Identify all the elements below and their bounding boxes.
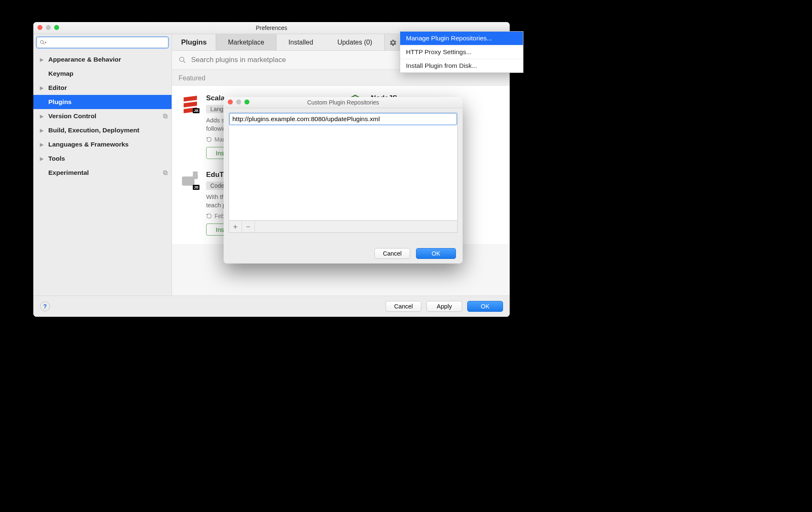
sidebar-item-build[interactable]: ▶ Build, Execution, Deployment	[33, 123, 172, 137]
menu-http-proxy[interactable]: HTTP Proxy Settings...	[400, 45, 523, 59]
dialog-footer: ? Cancel Apply OK	[33, 296, 510, 317]
gear-button[interactable]	[384, 34, 402, 50]
zoom-icon[interactable]	[54, 25, 59, 30]
scala-icon: JB	[180, 94, 200, 114]
svg-rect-4	[164, 172, 167, 175]
minimize-icon[interactable]	[46, 25, 51, 30]
sidebar-item-appearance[interactable]: ▶ Appearance & Behavior	[33, 52, 172, 67]
menu-install-from-disk[interactable]: Install Plugin from Disk...	[400, 59, 523, 72]
sidebar: ▾ ▶ Appearance & Behavior Keymap ▶ Edito…	[33, 34, 172, 296]
sidebar-item-tools[interactable]: ▶ Tools	[33, 152, 172, 166]
svg-point-6	[179, 57, 184, 62]
search-icon	[179, 56, 186, 64]
chevron-right-icon: ▶	[40, 142, 47, 147]
menu-manage-repos[interactable]: Manage Plugin Repositories...	[400, 32, 523, 45]
dialog-titlebar[interactable]: Custom Plugin Repositories	[224, 97, 463, 108]
refresh-icon	[206, 213, 212, 219]
repo-list[interactable]	[229, 112, 458, 221]
chevron-right-icon: ▶	[40, 85, 47, 91]
dialog-cancel-button[interactable]: Cancel	[374, 248, 410, 259]
jetbrains-badge-icon: JB	[193, 185, 199, 190]
scope-icon	[162, 113, 168, 119]
sidebar-item-version-control[interactable]: ▶ Version Control	[33, 109, 172, 123]
svg-rect-10	[182, 176, 194, 186]
close-icon[interactable]	[37, 25, 42, 30]
traffic-lights	[37, 25, 59, 30]
chevron-down-icon[interactable]: ▾	[45, 40, 47, 45]
tab-installed[interactable]: Installed	[276, 34, 326, 50]
zoom-icon[interactable]	[244, 99, 249, 104]
help-button[interactable]: ?	[40, 301, 50, 311]
cancel-button[interactable]: Cancel	[386, 301, 421, 312]
repo-toolbar: ＋ －	[229, 221, 458, 233]
svg-rect-12	[193, 171, 198, 174]
chevron-right-icon: ▶	[40, 57, 47, 62]
close-icon[interactable]	[228, 99, 233, 104]
edutools-icon: JB	[180, 171, 200, 191]
chevron-right-icon: ▶	[40, 156, 47, 162]
sidebar-item-keymap[interactable]: Keymap	[33, 67, 172, 81]
tab-updates[interactable]: Updates (0)	[325, 34, 384, 50]
ok-button[interactable]: OK	[467, 301, 503, 312]
sidebar-search-input[interactable]	[47, 39, 165, 46]
sidebar-item-editor[interactable]: ▶ Editor	[33, 81, 172, 95]
custom-repos-dialog: Custom Plugin Repositories ＋ － Cancel OK	[224, 97, 463, 263]
page-title: Plugins	[172, 34, 216, 50]
svg-rect-2	[164, 115, 167, 118]
sidebar-item-languages[interactable]: ▶ Languages & Frameworks	[33, 137, 172, 152]
jetbrains-badge-icon: JB	[193, 108, 199, 113]
dialog-title: Custom Plugin Repositories	[307, 99, 379, 106]
sidebar-item-experimental[interactable]: Experimental	[33, 166, 172, 180]
repo-url-input[interactable]	[230, 114, 456, 124]
svg-rect-3	[163, 114, 166, 117]
sidebar-item-plugins[interactable]: Plugins	[33, 95, 172, 109]
scope-icon	[162, 170, 168, 176]
traffic-lights	[228, 99, 249, 104]
svg-rect-11	[193, 174, 198, 179]
settings-tree: ▶ Appearance & Behavior Keymap ▶ Editor …	[33, 51, 172, 296]
chevron-right-icon: ▶	[40, 128, 47, 133]
remove-button[interactable]: －	[242, 221, 255, 232]
sidebar-search[interactable]: ▾	[37, 37, 168, 48]
gear-menu: Manage Plugin Repositories... HTTP Proxy…	[400, 31, 523, 73]
dialog-ok-button[interactable]: OK	[416, 248, 456, 259]
tab-marketplace[interactable]: Marketplace	[216, 34, 276, 50]
window-title: Preferences	[256, 25, 287, 31]
chevron-right-icon: ▶	[40, 114, 47, 119]
add-button[interactable]: ＋	[229, 221, 242, 232]
svg-rect-5	[163, 171, 166, 174]
apply-button[interactable]: Apply	[426, 301, 462, 312]
refresh-icon	[206, 137, 212, 142]
gear-icon	[389, 39, 397, 46]
svg-line-7	[184, 61, 185, 63]
svg-point-0	[40, 40, 43, 43]
minimize-icon[interactable]	[236, 99, 241, 104]
